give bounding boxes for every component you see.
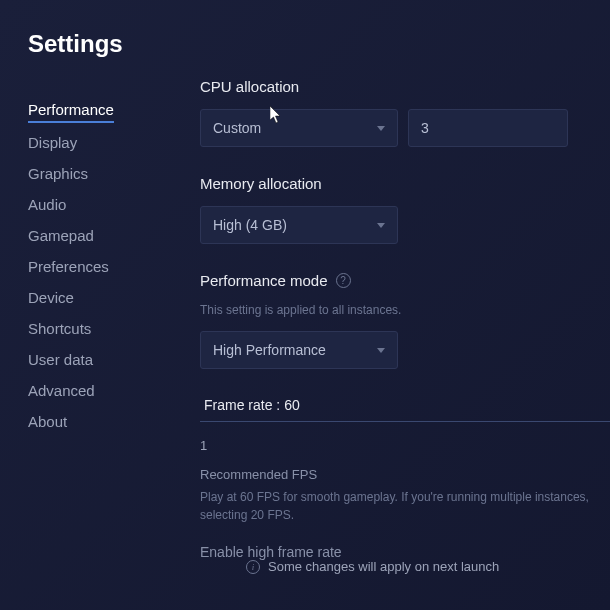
sidebar-item-shortcuts[interactable]: Shortcuts [28,313,91,344]
sidebar-item-gamepad[interactable]: Gamepad [28,220,94,251]
help-icon[interactable]: ? [336,273,351,288]
cpu-mode-select[interactable]: Custom [200,109,398,147]
enable-framerate-label: Enable high frame rate [200,544,610,560]
sidebar-item-device[interactable]: Device [28,282,74,313]
memory-select[interactable]: High (4 GB) [200,206,398,244]
footer-text: Some changes will apply on next launch [268,559,499,574]
memory-label: Memory allocation [200,175,610,192]
cpu-value: 3 [421,120,429,136]
sidebar-item-performance[interactable]: Performance [28,94,114,123]
chevron-down-icon [377,126,385,131]
sidebar: Settings Performance Display Graphics Au… [0,0,200,610]
cpu-label: CPU allocation [200,78,610,95]
footer-notice: i Some changes will apply on next launch [246,559,499,574]
sidebar-item-advanced[interactable]: Advanced [28,375,95,406]
cpu-mode-value: Custom [213,120,261,136]
performance-label: Performance mode ? [200,272,610,289]
nav-list: Performance Display Graphics Audio Gamep… [28,94,200,437]
performance-select[interactable]: High Performance [200,331,398,369]
memory-value: High (4 GB) [213,217,287,233]
sidebar-item-about[interactable]: About [28,406,67,437]
sidebar-item-audio[interactable]: Audio [28,189,66,220]
chevron-down-icon [377,223,385,228]
info-icon: i [246,560,260,574]
sidebar-item-display[interactable]: Display [28,127,77,158]
framerate-label: Frame rate : 60 [200,397,610,413]
page-title: Settings [28,30,200,58]
chevron-down-icon [377,348,385,353]
main-content: CPU allocation Custom 3 Memory allocatio… [200,0,610,610]
performance-subtext: This setting is applied to all instances… [200,303,610,317]
framerate-value: 1 [200,438,610,453]
framerate-section: Frame rate : 60 1 Recommended FPS Play a… [200,397,610,560]
cpu-value-input[interactable]: 3 [408,109,568,147]
sidebar-item-preferences[interactable]: Preferences [28,251,109,282]
performance-value: High Performance [213,342,326,358]
cpu-section: CPU allocation Custom 3 [200,78,610,147]
performance-section: Performance mode ? This setting is appli… [200,272,610,369]
sidebar-item-userdata[interactable]: User data [28,344,93,375]
memory-section: Memory allocation High (4 GB) [200,175,610,244]
recommended-text: Play at 60 FPS for smooth gameplay. If y… [200,488,610,524]
recommended-title: Recommended FPS [200,467,610,482]
sidebar-item-graphics[interactable]: Graphics [28,158,88,189]
